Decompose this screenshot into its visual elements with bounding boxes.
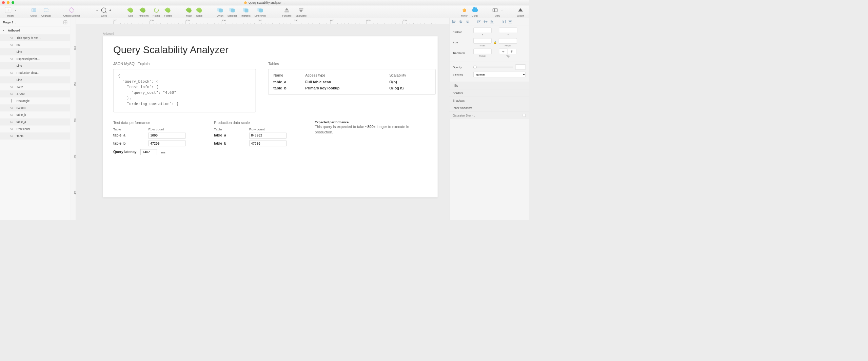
edit-button[interactable]: Edit (126, 6, 135, 17)
layer-row[interactable]: Line (0, 62, 70, 69)
text-layer-icon: Aa (9, 43, 14, 46)
query-latency-input[interactable] (141, 149, 157, 155)
cloud-button[interactable]: Cloud (470, 6, 480, 17)
layer-row[interactable]: AaTable (0, 132, 70, 140)
minimize-icon[interactable] (7, 1, 9, 4)
layer-row[interactable]: ▼Artboard (0, 26, 70, 34)
blending-select[interactable]: Normal (473, 72, 526, 77)
subtract-button[interactable]: Subtract (225, 6, 239, 17)
arrow-up-icon (284, 8, 289, 12)
export-button[interactable]: Export (515, 6, 526, 17)
flatten-button[interactable]: Flatten (162, 6, 174, 17)
opacity-field[interactable] (515, 64, 526, 70)
layer-row[interactable]: AaProduction data… (0, 69, 70, 77)
union-button[interactable]: Union (215, 6, 225, 17)
layer-row[interactable]: AaRow count (0, 126, 70, 133)
lock-icon[interactable]: 🔒 (494, 41, 497, 44)
opacity-slider[interactable] (473, 67, 513, 67)
align-vcenter-icon[interactable] (484, 20, 488, 23)
inner-shadows-header[interactable]: Inner Shadows (449, 104, 529, 112)
height-field[interactable] (499, 38, 517, 44)
gaussian-blur-checkbox[interactable] (523, 114, 526, 117)
layer-row[interactable]: Line (0, 76, 70, 83)
grid-icon[interactable] (63, 20, 67, 24)
flip-h-button[interactable]: ⇋ (499, 49, 508, 54)
view-button[interactable]: ▾View (491, 6, 505, 17)
window-title[interactable]: Query scalability analyzer ⌄ (244, 1, 285, 4)
distribute-h-icon[interactable] (502, 20, 506, 23)
fills-header[interactable]: Fills (449, 82, 529, 89)
align-hcenter-icon[interactable] (459, 20, 462, 23)
layer-label: Line (17, 64, 22, 68)
zoom-out-icon[interactable]: − (96, 8, 98, 12)
backward-button[interactable]: Backward (294, 6, 309, 17)
symbol-icon (68, 7, 75, 13)
intersect-button[interactable]: Intersect (239, 6, 252, 17)
difference-button[interactable]: Difference (253, 6, 268, 17)
th-access: Access type (305, 72, 389, 79)
layer-row[interactable]: Aams (0, 41, 70, 48)
canvas[interactable]: Artboard Query Scalability Analyzer JSON… (76, 24, 449, 220)
zoom-icon[interactable] (12, 1, 14, 4)
layer-row[interactable]: Aa47200 (0, 90, 70, 98)
flip-v-button[interactable]: ⇵ (508, 49, 516, 54)
create-symbol-button[interactable]: Create Symbol (61, 6, 82, 17)
align-right-icon[interactable] (466, 20, 469, 23)
mask-button[interactable]: Mask (184, 6, 194, 17)
artboard[interactable]: Query Scalability Analyzer JSON MySQL Ex… (103, 36, 437, 197)
page-title: Query Scalability Analyzer (113, 44, 427, 56)
y-field[interactable] (499, 28, 517, 33)
insert-group[interactable]: +▾ Insert (3, 6, 18, 17)
rotate-field[interactable] (473, 49, 492, 54)
zoom-control[interactable]: − + 175% (94, 6, 114, 17)
distribute-v-icon[interactable] (509, 20, 512, 23)
layer-row[interactable]: AaThis query is exp… (0, 34, 70, 41)
transform-button[interactable]: Transform (135, 6, 151, 17)
rotate-button[interactable]: Rotate (151, 6, 162, 17)
page-selector[interactable]: Page 1⌄ (0, 18, 70, 26)
position-label: Position (453, 30, 473, 34)
group-button[interactable]: Group (28, 6, 39, 17)
artboard-label[interactable]: Artboard (103, 32, 114, 35)
align-left-icon[interactable] (452, 20, 456, 23)
layer-row[interactable]: Aatable_a (0, 119, 70, 126)
text-layer-icon: Aa (9, 71, 14, 75)
align-bottom-icon[interactable] (490, 20, 494, 23)
rowcount-input[interactable] (249, 133, 287, 139)
layer-row[interactable]: Aatable_b (0, 111, 70, 119)
rowcount-input[interactable] (249, 141, 287, 146)
chevron-down-icon: ▾ (15, 9, 16, 12)
forward-button[interactable]: Forward (280, 6, 294, 17)
layer-row[interactable]: Aa7462 (0, 83, 70, 90)
borders-header[interactable]: Borders (449, 89, 529, 97)
union-icon (217, 8, 223, 12)
close-icon[interactable] (2, 1, 5, 4)
rowcount-input[interactable] (149, 133, 186, 139)
layer-row[interactable]: Rectangle (0, 98, 70, 105)
insert-label: Insert (7, 14, 14, 17)
scale-button[interactable]: Scale (194, 6, 204, 17)
align-top-icon[interactable] (477, 20, 481, 23)
col-rowcount: Row count (149, 127, 164, 131)
layer-label: Rectangle (17, 99, 29, 103)
zoom-in-icon[interactable]: + (109, 8, 111, 12)
width-field[interactable] (473, 38, 492, 44)
layer-row[interactable]: Aa843002 (0, 104, 70, 111)
magnifier-icon (101, 8, 106, 13)
ungroup-button[interactable]: Ungroup (39, 6, 53, 17)
layer-label: Expected perfor… (17, 57, 40, 61)
x-field[interactable] (473, 28, 492, 33)
layer-row[interactable]: Line (0, 48, 70, 56)
mirror-button[interactable]: Mirror (459, 6, 470, 17)
plus-icon[interactable]: + (5, 7, 11, 13)
text-layer-icon: Aa (9, 85, 14, 88)
difference-icon (257, 8, 263, 12)
gaussian-blur-header[interactable]: Gaussian Blur⌃⌄ (449, 112, 529, 119)
ruler-mark: 500 (258, 19, 262, 22)
shadows-header[interactable]: Shadows (449, 97, 529, 104)
rowcount-input[interactable] (149, 141, 186, 146)
layer-row[interactable]: AaExpected perfor… (0, 55, 70, 62)
ruler-mark: 300 (113, 19, 117, 22)
twirl-icon[interactable]: ▼ (2, 29, 5, 31)
traffic-lights (2, 1, 14, 4)
